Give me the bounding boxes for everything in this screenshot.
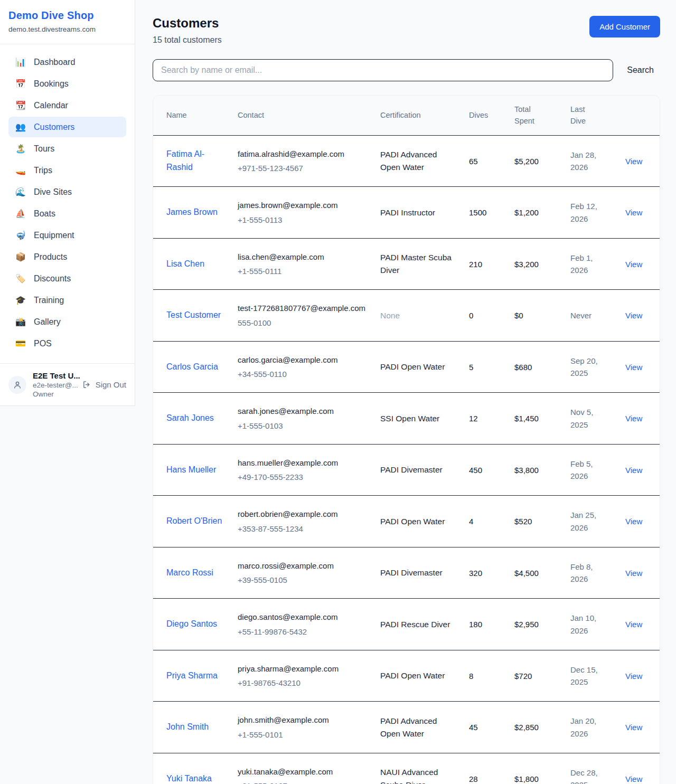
nav-item-label: Tours bbox=[34, 144, 54, 154]
customer-total-spent: $1,450 bbox=[514, 414, 539, 423]
add-customer-button[interactable]: Add Customer bbox=[589, 16, 660, 37]
view-customer-link[interactable]: View bbox=[625, 466, 642, 475]
table-row: Marco Rossi marco.rossi@example.com +39-… bbox=[153, 547, 660, 599]
customer-name-link[interactable]: Hans Mueller bbox=[166, 465, 216, 474]
sidebar-nav-item[interactable]: 📦 Products bbox=[8, 247, 126, 267]
customer-name-link[interactable]: Robert O'Brien bbox=[166, 516, 222, 525]
customer-dives: 45 bbox=[469, 723, 478, 732]
view-customer-link[interactable]: View bbox=[625, 414, 642, 423]
user-role: Owner bbox=[33, 390, 76, 398]
customer-certification: PADI Rescue Diver bbox=[380, 620, 450, 629]
customer-name-link[interactable]: Priya Sharma bbox=[166, 671, 218, 680]
customer-name-link[interactable]: Lisa Chen bbox=[166, 259, 204, 268]
sailboat-icon: ⛵ bbox=[15, 209, 26, 219]
customer-last-dive: Feb 1, 2026 bbox=[570, 253, 593, 275]
customer-dives: 1500 bbox=[469, 208, 486, 217]
customer-name-link[interactable]: James Brown bbox=[166, 207, 218, 216]
table-row: Robert O'Brien robert.obrien@example.com… bbox=[153, 496, 660, 547]
sidebar-nav-item[interactable]: 🏝️ Tours bbox=[8, 138, 126, 159]
view-customer-link[interactable]: View bbox=[625, 569, 642, 578]
customer-email: yuki.tanaka@example.com bbox=[238, 766, 368, 778]
customer-name-link[interactable]: Test Customer bbox=[166, 310, 221, 319]
dive-mask-icon: 🤿 bbox=[15, 230, 26, 240]
table-row: Test Customer test-1772681807767@example… bbox=[153, 290, 660, 342]
customer-last-dive: Jan 10, 2026 bbox=[570, 613, 596, 635]
sidebar-nav-item[interactable]: 👥 Customers bbox=[8, 117, 126, 137]
person-icon bbox=[13, 380, 22, 390]
sidebar-nav-item[interactable]: ⛵ Boats bbox=[8, 203, 126, 224]
customer-last-dive: Feb 12, 2026 bbox=[570, 202, 597, 223]
view-customer-link[interactable]: View bbox=[625, 672, 642, 681]
customer-certification: PADI Instructor bbox=[380, 208, 435, 217]
view-customer-link[interactable]: View bbox=[625, 517, 642, 526]
customer-phone: +49-170-555-2233 bbox=[238, 471, 368, 483]
table-row: James Brown james.brown@example.com +1-5… bbox=[153, 187, 660, 239]
main-header: Customers 15 total customers Add Custome… bbox=[153, 16, 660, 45]
credit-card-icon: 💳 bbox=[15, 338, 26, 348]
customer-phone: +91-98765-43210 bbox=[238, 677, 368, 689]
camera-icon: 📸 bbox=[15, 317, 26, 327]
view-customer-link[interactable]: View bbox=[625, 774, 642, 783]
nav-item-label: Dashboard bbox=[34, 58, 75, 67]
search-input[interactable] bbox=[153, 59, 613, 81]
customer-dives: 5 bbox=[469, 363, 473, 372]
sidebar-nav-item[interactable]: 📸 Gallery bbox=[8, 311, 126, 332]
customer-total-spent: $2,850 bbox=[514, 723, 539, 732]
col-header-last-dive: Last Dive bbox=[564, 96, 619, 135]
view-customer-link[interactable]: View bbox=[625, 723, 642, 732]
view-customer-link[interactable]: View bbox=[625, 260, 642, 269]
customer-total-spent: $5,200 bbox=[514, 157, 539, 166]
customer-total-spent: $3,200 bbox=[514, 260, 539, 269]
customer-email: marco.rossi@example.com bbox=[238, 560, 368, 572]
nav-item-label: Customers bbox=[34, 122, 74, 132]
customer-dives: 8 bbox=[469, 672, 473, 681]
sidebar-nav-item[interactable]: 🎓 Training bbox=[8, 290, 126, 310]
title-block: Customers 15 total customers bbox=[153, 16, 222, 45]
customer-name-link[interactable]: Carlos Garcia bbox=[166, 362, 218, 371]
view-customer-link[interactable]: View bbox=[625, 620, 642, 629]
customer-email: john.smith@example.com bbox=[238, 714, 368, 726]
sidebar-nav-item[interactable]: 🚤 Trips bbox=[8, 160, 126, 181]
sidebar-nav-item[interactable]: 🤿 Equipment bbox=[8, 225, 126, 245]
customer-total-spent: $1,800 bbox=[514, 774, 539, 783]
customer-name-link[interactable]: John Smith bbox=[166, 722, 209, 731]
customer-name-link[interactable]: Sarah Jones bbox=[166, 413, 214, 422]
nav-item-label: Bookings bbox=[34, 79, 69, 89]
customer-last-dive: Nov 5, 2025 bbox=[570, 408, 593, 429]
shop-name: Demo Dive Shop bbox=[8, 10, 126, 22]
customer-last-dive: Jan 28, 2026 bbox=[570, 150, 596, 172]
customer-last-dive: Jan 25, 2026 bbox=[570, 511, 596, 532]
chart-icon: 📊 bbox=[15, 57, 26, 67]
people-icon: 👥 bbox=[15, 122, 26, 132]
search-button[interactable]: Search bbox=[621, 61, 660, 79]
customer-dives: 65 bbox=[469, 157, 478, 166]
customer-name-link[interactable]: Fatima Al-Rashid bbox=[166, 149, 204, 172]
customer-name-link[interactable]: Yuki Tanaka bbox=[166, 774, 212, 783]
sidebar-nav-item[interactable]: 📆 Calendar bbox=[8, 95, 126, 116]
view-customer-link[interactable]: View bbox=[625, 311, 642, 320]
customer-certification: PADI Advanced Open Water bbox=[380, 150, 437, 172]
customer-last-dive: Sep 20, 2025 bbox=[570, 356, 598, 377]
sidebar-nav-item[interactable]: 📅 Bookings bbox=[8, 73, 126, 94]
customer-total-spent: $1,200 bbox=[514, 208, 539, 217]
col-header-actions bbox=[619, 96, 660, 135]
view-customer-link[interactable]: View bbox=[625, 363, 642, 372]
sidebar-nav-item[interactable]: 🌊 Dive Sites bbox=[8, 182, 126, 202]
customer-certification: PADI Open Water bbox=[380, 671, 445, 680]
customers-table-card: Name Contact Certification Dives Total S… bbox=[153, 95, 660, 784]
sidebar-nav-item[interactable]: 🏷️ Discounts bbox=[8, 268, 126, 289]
customer-name-link[interactable]: Diego Santos bbox=[166, 619, 217, 628]
customer-certification: PADI Divemaster bbox=[380, 465, 443, 474]
calendar-icon: 📆 bbox=[15, 100, 26, 110]
nav-item-label: Training bbox=[34, 296, 64, 305]
view-customer-link[interactable]: View bbox=[625, 157, 642, 166]
sign-out-button[interactable]: Sign Out bbox=[82, 380, 126, 389]
table-row: Fatima Al-Rashid fatima.alrashid@example… bbox=[153, 135, 660, 187]
customer-total-spent: $3,800 bbox=[514, 466, 539, 475]
view-customer-link[interactable]: View bbox=[625, 208, 642, 217]
user-email: e2e-tester@... bbox=[33, 381, 76, 389]
customer-name-link[interactable]: Marco Rossi bbox=[166, 568, 213, 577]
sidebar-nav-item[interactable]: 💳 POS bbox=[8, 333, 126, 354]
customer-email: hans.mueller@example.com bbox=[238, 457, 368, 469]
sidebar-nav-item[interactable]: 📊 Dashboard bbox=[8, 52, 126, 72]
